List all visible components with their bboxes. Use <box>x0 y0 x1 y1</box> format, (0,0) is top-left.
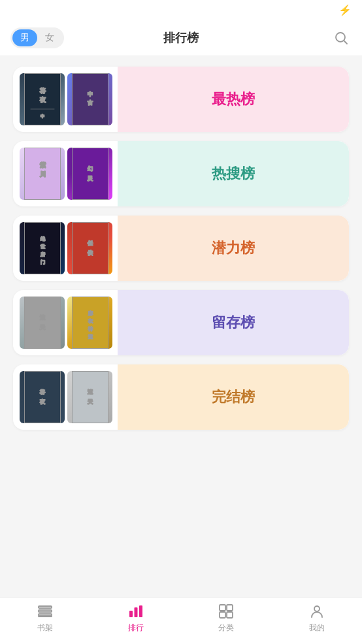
category-icon <box>218 603 235 620</box>
rank-label-search: 热搜榜 <box>212 164 255 184</box>
book-cover-potential-1: 绝 世 唐 门 <box>20 222 65 274</box>
svg-text:道: 道 <box>88 334 93 339</box>
page-title: 排行榜 <box>163 30 199 46</box>
ranking-icon <box>127 603 144 620</box>
rank-label-area-potential: 潜力榜 <box>118 216 349 281</box>
svg-rect-45 <box>220 605 225 611</box>
svg-text:神: 神 <box>87 326 92 331</box>
book-cover-completed-2: 遮 天 <box>67 371 112 423</box>
svg-rect-39 <box>39 610 52 612</box>
svg-rect-13 <box>72 148 108 200</box>
svg-rect-47 <box>220 612 225 618</box>
gender-male-btn[interactable]: 男 <box>12 29 37 46</box>
rank-label-area-search: 热搜榜 <box>118 141 349 206</box>
rank-card-completed[interactable]: 将 夜 遮 天 完结榜 <box>13 364 349 430</box>
rank-label-completed: 完结榜 <box>212 387 255 407</box>
svg-text:将: 将 <box>39 389 46 395</box>
svg-text:天: 天 <box>87 399 93 405</box>
svg-text:中: 中 <box>88 91 93 97</box>
nav-label-bookshelf: 书架 <box>37 622 53 634</box>
svg-text:任: 任 <box>87 240 93 246</box>
svg-rect-35 <box>72 371 108 423</box>
nav-label-category: 分类 <box>218 622 234 634</box>
book-cover-retention-1: 遮 天 <box>20 297 65 349</box>
svg-text:门: 门 <box>40 259 44 265</box>
main-content: 将 夜 中 中 古 最热榜 <box>0 56 362 597</box>
svg-text:遮: 遮 <box>88 389 93 395</box>
svg-text:中: 中 <box>41 114 44 118</box>
book-cover-hot-2: 中 古 <box>67 73 112 125</box>
svg-rect-32 <box>24 371 61 423</box>
rank-label-retention: 留存榜 <box>212 313 255 332</box>
svg-rect-42 <box>129 611 133 617</box>
svg-rect-38 <box>39 606 52 608</box>
search-button[interactable] <box>331 27 352 48</box>
book-covers-search: 紫 川 幻 灵 <box>13 141 118 206</box>
gender-toggle[interactable]: 男 女 <box>10 27 64 48</box>
svg-text:紫: 紫 <box>39 162 46 169</box>
book-cover-potential-2: 任 侠 <box>67 222 112 274</box>
book-covers-hot: 将 夜 中 中 古 <box>13 67 118 132</box>
book-cover-retention-2: 麻 衣 神 道 <box>67 297 112 349</box>
svg-text:夜: 夜 <box>39 398 46 405</box>
rank-label-hot: 最热榜 <box>212 89 255 109</box>
nav-item-category[interactable]: 分类 <box>206 603 246 634</box>
svg-text:天: 天 <box>39 325 46 330</box>
nav-item-ranking[interactable]: 排行 <box>116 603 156 634</box>
svg-point-49 <box>314 606 320 611</box>
rank-card-search[interactable]: 紫 川 幻 灵 热搜榜 <box>13 141 349 206</box>
bottom-nav: 书架 排行 分类 <box>0 597 362 644</box>
svg-text:衣: 衣 <box>87 318 93 323</box>
lightning-icon: ⚡ <box>338 4 352 16</box>
book-cover-completed-1: 将 夜 <box>20 371 65 423</box>
svg-text:夜: 夜 <box>39 96 46 103</box>
svg-text:遮: 遮 <box>40 314 46 321</box>
book-cover-hot-1: 将 夜 中 <box>20 73 65 125</box>
svg-text:侠: 侠 <box>87 250 93 256</box>
svg-text:灵: 灵 <box>87 176 93 182</box>
svg-line-1 <box>344 40 348 44</box>
rank-label-area-completed: 完结榜 <box>118 364 349 430</box>
rank-card-potential[interactable]: 绝 世 唐 门 任 侠 潜力榜 <box>13 216 349 281</box>
rank-label-area-retention: 留存榜 <box>118 290 349 355</box>
svg-rect-21 <box>72 222 108 274</box>
book-covers-retention: 遮 天 麻 衣 神 道 <box>13 290 118 355</box>
svg-text:古: 古 <box>88 100 93 106</box>
nav-label-mine: 我的 <box>309 622 325 634</box>
rank-label-potential: 潜力榜 <box>212 238 255 258</box>
status-bar: ⚡ <box>0 0 362 20</box>
svg-text:世: 世 <box>40 244 45 249</box>
nav-label-ranking: 排行 <box>128 622 144 634</box>
rank-card-hot[interactable]: 将 夜 中 中 古 最热榜 <box>13 67 349 132</box>
svg-rect-44 <box>139 605 142 617</box>
svg-text:唐: 唐 <box>39 251 45 257</box>
svg-rect-24 <box>24 297 61 349</box>
nav-item-bookshelf[interactable]: 书架 <box>25 603 65 634</box>
svg-text:麻: 麻 <box>87 310 93 315</box>
nav-item-mine[interactable]: 我的 <box>297 603 337 634</box>
header: 男 女 排行榜 <box>0 20 362 56</box>
gender-female-btn[interactable]: 女 <box>37 29 62 46</box>
svg-rect-48 <box>227 612 233 618</box>
rank-card-retention[interactable]: 遮 天 麻 衣 神 道 留存榜 <box>13 290 349 355</box>
bookshelf-icon <box>37 603 54 620</box>
rank-label-area-hot: 最热榜 <box>118 67 349 132</box>
svg-text:幻: 幻 <box>88 166 93 172</box>
svg-text:川: 川 <box>39 171 45 178</box>
svg-rect-43 <box>134 607 137 617</box>
svg-text:将: 将 <box>39 88 46 94</box>
book-covers-completed: 将 夜 遮 天 <box>13 364 118 430</box>
mine-icon <box>308 603 325 620</box>
book-cover-search-2: 幻 灵 <box>67 148 112 200</box>
svg-rect-40 <box>39 614 52 616</box>
svg-rect-7 <box>72 73 108 125</box>
svg-rect-46 <box>227 605 233 611</box>
svg-text:绝: 绝 <box>39 236 45 241</box>
book-covers-potential: 绝 世 唐 门 任 侠 <box>13 216 118 281</box>
book-cover-search-1: 紫 川 <box>20 148 65 200</box>
